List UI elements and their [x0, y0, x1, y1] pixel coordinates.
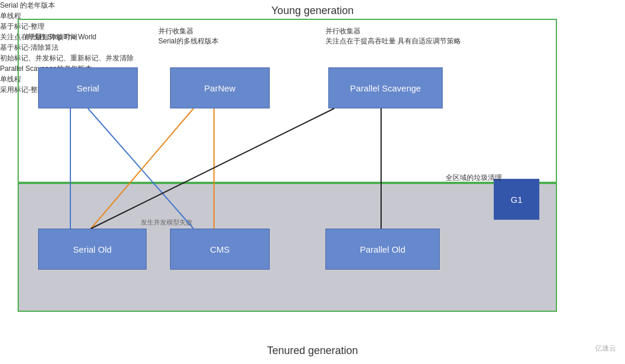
ps-annotation: 并行收集器 关注点在于提高吞吐量 具有自适应调节策略 [325, 26, 461, 46]
young-gen-label: Young generation [0, 5, 625, 17]
watermark: 亿速云 [595, 343, 616, 353]
tenured-gen-label: Tenured generation [0, 345, 625, 357]
parallel-old-box: Parallel Old [325, 229, 440, 270]
serial-box: Serial [38, 67, 138, 108]
parnew-box: ParNew [170, 67, 270, 108]
cms-note: 发生并发模型失败 [141, 218, 192, 227]
cms-box: CMS [170, 229, 270, 270]
serial-old-box: Serial Old [38, 229, 147, 270]
g1-annotation: 全区域的垃圾清理 [446, 173, 502, 183]
parallel-scavenge-box: Parallel Scavenge [328, 67, 443, 108]
parnew-annotation: 并行收集器 Serial的多线程版本 [158, 26, 219, 46]
g1-box: G1 [494, 179, 539, 220]
serial-annotation: 单线程 Stop The World [25, 32, 96, 42]
main-container: Young generation Tenured generation Seri… [0, 0, 625, 364]
